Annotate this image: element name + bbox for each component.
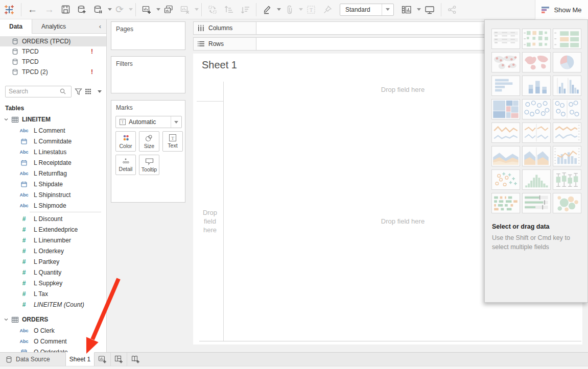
showme-filled-map[interactable]: [522, 52, 551, 72]
show-me-button[interactable]: Show Me: [535, 0, 588, 19]
showme-stacked-bars[interactable]: [522, 76, 551, 96]
showme-gantt[interactable]: [491, 193, 520, 213]
new-data-source-icon[interactable]: [74, 2, 90, 17]
data-source-item-tpcd-2[interactable]: TPCD (2)!: [0, 67, 106, 77]
highlight-icon[interactable]: [259, 2, 275, 17]
data-source-item-tpcd[interactable]: TPCD!: [0, 46, 106, 57]
highlight-caret[interactable]: [277, 8, 281, 11]
group-members-caret[interactable]: [299, 8, 303, 11]
table-header-lineitem[interactable]: LINEITEM: [0, 114, 106, 125]
field-l-orderkey[interactable]: #L Orderkey: [0, 245, 106, 256]
detail-button[interactable]: Detail: [115, 155, 136, 175]
horizontal-scroll-strip[interactable]: [0, 366, 588, 369]
sheet-tab-active[interactable]: Sheet 1: [65, 352, 95, 366]
field-l-shipmode[interactable]: AbcL Shipmode: [0, 200, 106, 211]
showme-side-by-side-bars[interactable]: [553, 76, 581, 96]
field-lineitem-count[interactable]: #LINEITEM (Count): [0, 299, 106, 310]
showme-pie-chart[interactable]: [553, 52, 581, 72]
tableau-logo[interactable]: [0, 2, 18, 17]
new-dashboard-button[interactable]: [111, 353, 127, 366]
auto-update-icon[interactable]: ⟳: [112, 2, 127, 17]
field-l-returnflag[interactable]: AbcL Returnflag: [0, 168, 106, 179]
showme-packed-bubbles[interactable]: [553, 193, 581, 213]
collapse-pane-icon[interactable]: ‹: [94, 19, 106, 33]
view-options-caret[interactable]: [98, 90, 102, 93]
share-icon[interactable]: [444, 2, 460, 17]
field-l-linenumber[interactable]: #L Linenumber: [0, 235, 106, 245]
field-l-tax[interactable]: #L Tax: [0, 288, 106, 299]
pages-card[interactable]: Pages: [111, 21, 185, 50]
field-l-comment[interactable]: AbcL Comment: [0, 125, 106, 136]
pause-auto-updates-caret[interactable]: [108, 8, 112, 11]
showme-scatter-plot[interactable]: [491, 169, 520, 190]
showme-side-by-side-circles[interactable]: [553, 99, 581, 119]
showme-lines-discrete[interactable]: [522, 122, 551, 143]
sort-ascending-icon[interactable]: [221, 2, 237, 17]
mark-type-dropdown[interactable]: T Automatic: [115, 116, 182, 128]
clear-sheet-caret[interactable]: [195, 8, 199, 11]
field-l-shipinstruct[interactable]: AbcL Shipinstruct: [0, 189, 106, 200]
show-hide-cards-icon[interactable]: [398, 2, 415, 17]
auto-update-caret[interactable]: [129, 8, 133, 11]
field-l-partkey[interactable]: #L Partkey: [0, 256, 106, 267]
showme-dual-lines[interactable]: [553, 122, 581, 143]
showme-box-and-whisker[interactable]: [553, 169, 581, 190]
field-l-discount[interactable]: #L Discount: [0, 213, 106, 224]
showme-symbol-map[interactable]: [491, 52, 520, 72]
show-mark-labels-icon[interactable]: T: [303, 2, 319, 17]
tab-data[interactable]: Data: [0, 19, 32, 34]
redo-icon[interactable]: →: [41, 2, 58, 17]
new-worksheet-button[interactable]: [95, 353, 111, 366]
showme-text-table[interactable]: [491, 29, 520, 49]
tab-analytics[interactable]: Analytics: [32, 19, 75, 33]
showme-dual-combination[interactable]: [553, 146, 581, 166]
field-l-shipdate[interactable]: L Shipdate: [0, 179, 106, 189]
view-options-icon[interactable]: [85, 88, 93, 95]
search-input[interactable]: [5, 86, 72, 97]
showme-highlight-table[interactable]: [553, 29, 581, 49]
new-worksheet-icon[interactable]: [138, 2, 155, 17]
filters-card[interactable]: Filters: [111, 56, 185, 93]
showme-treemap[interactable]: [491, 99, 520, 119]
fit-selector[interactable]: Standard: [340, 4, 394, 16]
text-button[interactable]: T Text: [162, 131, 183, 152]
field-l-suppkey[interactable]: #L Suppkey: [0, 278, 106, 288]
field-l-extendedprice[interactable]: #L Extendedprice: [0, 224, 106, 235]
chevron-down-icon[interactable]: [4, 118, 8, 121]
undo-icon[interactable]: ←: [24, 2, 41, 17]
showme-bullet-graph[interactable]: [522, 193, 551, 213]
new-worksheet-caret[interactable]: [156, 8, 160, 11]
showme-horizontal-bars[interactable]: [491, 76, 520, 96]
data-source-tab[interactable]: Data Source: [0, 353, 65, 366]
showme-area-discrete[interactable]: [522, 146, 551, 166]
showme-heat-map[interactable]: [522, 29, 551, 49]
drop-zone-rows[interactable]: Dropfieldhere: [197, 208, 223, 234]
mark-type-caret[interactable]: [171, 116, 181, 128]
color-button[interactable]: Color: [115, 131, 136, 152]
fix-axes-icon[interactable]: [319, 2, 336, 17]
size-button[interactable]: Size: [139, 131, 159, 152]
search-field[interactable]: [9, 88, 60, 95]
field-l-receiptdate[interactable]: L Receiptdate: [0, 157, 106, 168]
field-o-clerk[interactable]: AbcO Clerk: [0, 325, 106, 336]
table-header-orders[interactable]: ORDERS: [0, 314, 106, 325]
group-members-icon[interactable]: [281, 2, 297, 17]
field-o-comment[interactable]: AbcO Comment: [0, 336, 106, 347]
data-source-item-orders-tpcd[interactable]: ORDERS (TPCD): [0, 36, 106, 46]
field-l-commitdate[interactable]: L Commitdate: [0, 136, 106, 146]
fit-selector-caret[interactable]: [382, 4, 393, 15]
duplicate-sheet-icon[interactable]: [160, 2, 177, 17]
pause-auto-updates-icon[interactable]: [90, 2, 106, 17]
field-l-quantity[interactable]: #L Quantity: [0, 267, 106, 278]
sort-descending-icon[interactable]: [237, 2, 253, 17]
showme-area-continuous[interactable]: [491, 146, 520, 166]
presentation-mode-icon[interactable]: [421, 2, 438, 17]
swap-rows-columns-icon[interactable]: [204, 2, 221, 17]
showme-circle-views[interactable]: [522, 99, 551, 119]
clear-sheet-icon[interactable]: [177, 2, 193, 17]
filter-fields-icon[interactable]: [75, 88, 82, 95]
showme-lines-continuous[interactable]: [491, 122, 520, 143]
data-source-item-tpcd[interactable]: TPCD: [0, 57, 106, 67]
show-hide-cards-caret[interactable]: [417, 8, 421, 11]
field-l-linestatus[interactable]: AbcL Linestatus: [0, 146, 106, 157]
